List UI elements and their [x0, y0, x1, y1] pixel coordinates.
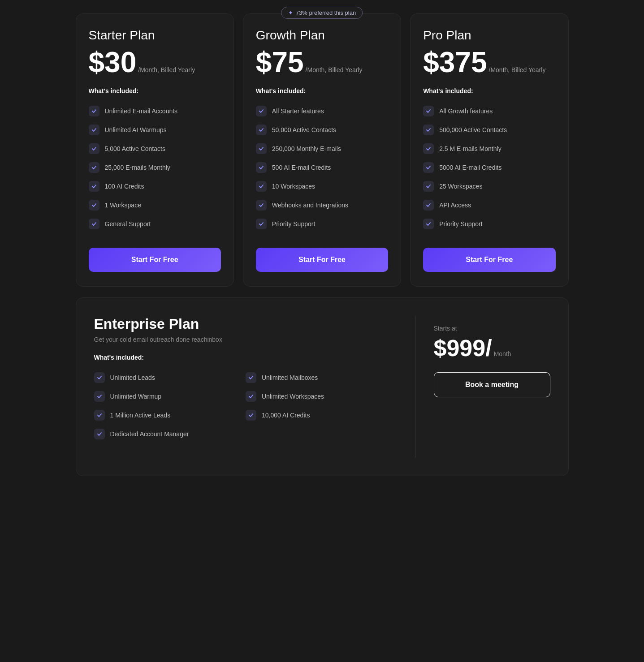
plan-name: Starter Plan [89, 28, 221, 43]
check-icon [246, 372, 256, 383]
feature-item: All Starter features [256, 102, 388, 120]
check-icon [423, 162, 434, 173]
feature-item: General Support [89, 215, 221, 233]
check-icon [256, 219, 267, 229]
enterprise-feature-item: 10,000 AI Credits [246, 406, 398, 425]
check-icon [423, 106, 434, 116]
whats-included-label: What's included: [423, 87, 555, 95]
cta-button[interactable]: Start For Free [256, 248, 388, 272]
check-icon [89, 181, 99, 192]
enterprise-left: Enterprise Plan Get your cold email outr… [94, 316, 416, 458]
feature-text: Unlimited E-mail Accounts [105, 107, 178, 115]
check-icon [94, 372, 105, 383]
enterprise-features-grid: Unlimited Leads Unlimited Warmup 1 Milli… [94, 368, 398, 458]
feature-text: 250,000 Monthly E-mails [272, 145, 341, 152]
enterprise-whats-included: What's included: [94, 354, 398, 361]
feature-text: Unlimited Leads [110, 374, 155, 381]
sparkle-icon: ✦ [288, 9, 293, 16]
feature-item: 250,000 Monthly E-mails [256, 139, 388, 158]
enterprise-card: Enterprise Plan Get your cold email outr… [76, 297, 569, 476]
check-icon [94, 410, 105, 421]
check-icon [423, 181, 434, 192]
enterprise-feature-item: Unlimited Workspaces [246, 387, 398, 406]
feature-item: Priority Support [423, 215, 555, 233]
enterprise-features-left: Unlimited Leads Unlimited Warmup 1 Milli… [94, 368, 246, 443]
feature-item: Webhooks and Integrations [256, 196, 388, 215]
whats-included-label: What's included: [89, 87, 221, 95]
plan-price-row: $75 /Month, Billed Yearly [256, 48, 388, 77]
feature-item: 500 AI E-mail Credits [256, 158, 388, 177]
enterprise-feature-item: Dedicated Account Manager [94, 425, 246, 443]
check-icon [246, 410, 256, 421]
feature-item: All Growth features [423, 102, 555, 120]
book-meeting-button[interactable]: Book a meeting [434, 372, 550, 397]
feature-list: Unlimited E-mail Accounts Unlimited AI W… [89, 102, 221, 233]
feature-text: 500,000 Active Contacts [439, 126, 507, 133]
enterprise-feature-item: 1 Million Active Leads [94, 406, 246, 425]
enterprise-right: Starts at $999/ Month Book a meeting [434, 316, 550, 397]
check-icon [89, 162, 99, 173]
feature-item: 5000 AI E-mail Credits [423, 158, 555, 177]
feature-text: All Growth features [439, 107, 493, 115]
plan-name: Pro Plan [423, 28, 555, 43]
cta-button[interactable]: Start For Free [89, 248, 221, 272]
feature-text: 1 Million Active Leads [110, 412, 171, 419]
plan-price-period: /Month, Billed Yearly [138, 66, 195, 73]
check-icon [89, 143, 99, 154]
feature-item: 100 AI Credits [89, 177, 221, 196]
pricing-container: Starter Plan $30 /Month, Billed Yearly W… [76, 13, 569, 476]
enterprise-price-period: Month [494, 350, 511, 357]
enterprise-feature-item: Unlimited Mailboxes [246, 368, 398, 387]
feature-text: 10 Workspaces [272, 183, 315, 190]
enterprise-plan-name: Enterprise Plan [94, 316, 398, 332]
plan-price-amount: $375 [423, 48, 487, 77]
enterprise-feature-item: Unlimited Leads [94, 368, 246, 387]
enterprise-features-right: Unlimited Mailboxes Unlimited Workspaces… [246, 368, 398, 443]
feature-text: Webhooks and Integrations [272, 202, 348, 209]
check-icon [256, 106, 267, 116]
check-icon [246, 391, 256, 402]
enterprise-price-amount: $999/ [434, 335, 492, 361]
whats-included-label: What's included: [256, 87, 388, 95]
feature-item: Unlimited AI Warmups [89, 120, 221, 139]
plan-name: Growth Plan [256, 28, 388, 43]
feature-item: Priority Support [256, 215, 388, 233]
feature-text: All Starter features [272, 107, 324, 115]
feature-text: Unlimited Mailboxes [262, 374, 318, 381]
plan-price-amount: $30 [89, 48, 137, 77]
plan-price-period: /Month, Billed Yearly [306, 66, 363, 73]
feature-text: 5000 AI E-mail Credits [439, 164, 501, 171]
check-icon [94, 391, 105, 402]
cta-button[interactable]: Start For Free [423, 248, 555, 272]
check-icon [423, 219, 434, 229]
feature-text: 100 AI Credits [105, 183, 144, 190]
feature-item: 500,000 Active Contacts [423, 120, 555, 139]
feature-text: Unlimited Workspaces [262, 393, 324, 400]
feature-text: 25,000 E-mails Monthly [105, 164, 170, 171]
feature-text: 5,000 Active Contacts [105, 145, 165, 152]
feature-text: 25 Workspaces [439, 183, 482, 190]
feature-text: Dedicated Account Manager [110, 430, 189, 438]
preferred-badge: ✦ 73% preferred this plan [281, 7, 363, 19]
check-icon [256, 125, 267, 135]
plan-price-period: /Month, Billed Yearly [489, 66, 546, 73]
feature-text: API Access [439, 202, 471, 209]
feature-text: Unlimited AI Warmups [105, 126, 167, 133]
feature-list: All Starter features 50,000 Active Conta… [256, 102, 388, 233]
feature-text: 500 AI E-mail Credits [272, 164, 331, 171]
feature-item: 10 Workspaces [256, 177, 388, 196]
feature-item: 25,000 E-mails Monthly [89, 158, 221, 177]
feature-text: 10,000 AI Credits [262, 412, 310, 419]
check-icon [423, 125, 434, 135]
feature-text: 2.5 M E-mails Monthly [439, 145, 501, 152]
feature-item: 1 Workspace [89, 196, 221, 215]
plan-card-growth: ✦ 73% preferred this plan Growth Plan $7… [243, 13, 401, 287]
feature-text: Unlimited Warmup [110, 393, 162, 400]
feature-text: Priority Support [439, 220, 482, 228]
check-icon [256, 162, 267, 173]
feature-item: API Access [423, 196, 555, 215]
enterprise-feature-item: Unlimited Warmup [94, 387, 246, 406]
badge-text: 73% preferred this plan [296, 9, 356, 16]
check-icon [256, 200, 267, 211]
check-icon [423, 143, 434, 154]
